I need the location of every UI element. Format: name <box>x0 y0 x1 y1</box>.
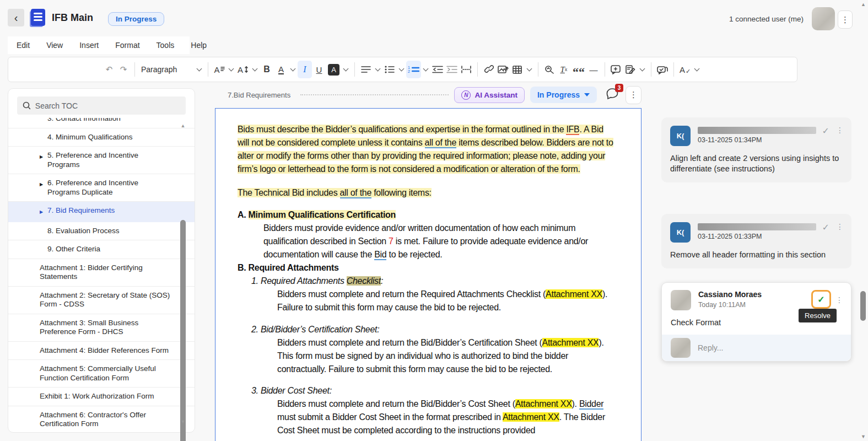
comment-card[interactable]: K( 03-11-2025 01:33PM ✓ ⋮ Remove all hea… <box>661 214 851 268</box>
font-size-icon[interactable]: A <box>236 61 250 78</box>
chevron-down-icon[interactable] <box>423 66 428 72</box>
doc-paragraph: The Technical Bid includes all of the fo… <box>238 186 614 200</box>
reply-placeholder: Reply... <box>698 343 723 352</box>
scroll-down-icon[interactable]: ▼ <box>180 419 186 424</box>
comment-reply-field[interactable]: Reply... <box>662 335 851 361</box>
numbered-list-icon[interactable]: 12 <box>406 61 421 78</box>
menu-view[interactable]: View <box>46 41 63 50</box>
comment-more-icon[interactable]: ⋮ <box>836 126 844 135</box>
toc-item-preference-programs[interactable]: ▶5. Preference and Incentive Programs <box>8 147 195 174</box>
undo-icon[interactable]: ↶ <box>102 61 116 78</box>
doc-list-item-2: 2. Bid/Bidder’s Certification Sheet: <box>251 323 614 336</box>
menu-help[interactable]: Help <box>191 41 207 50</box>
remove-format-icon[interactable]: Tx <box>557 61 571 78</box>
toc-search-input[interactable] <box>35 101 180 110</box>
chevron-down-icon <box>197 66 202 72</box>
toc-item-evaluation-process[interactable]: 8. Evaluation Process <box>8 222 195 241</box>
back-button[interactable]: ‹ <box>8 9 24 26</box>
status-badge[interactable]: In Progress <box>108 12 164 26</box>
comment-card[interactable]: K( 03-11-2025 01:34PM ✓ ⋮ Align left and… <box>661 117 851 182</box>
toc-item-attachment-2[interactable]: Attachment 2: Secretary of State (SOS) F… <box>8 287 195 314</box>
align-icon[interactable] <box>359 61 373 78</box>
redacted-author-name <box>698 223 816 230</box>
toc-item-preference-programs-duplicate[interactable]: ▶6. Preference and Incentive Programs Du… <box>8 174 195 202</box>
highlight-icon[interactable]: A <box>326 61 341 78</box>
spellcheck-icon[interactable]: A✓ <box>678 61 692 78</box>
block-quote-icon[interactable]: ““ <box>571 61 586 78</box>
section-more-button[interactable]: ⋮ <box>626 86 641 104</box>
font-family-icon[interactable]: A <box>212 61 227 78</box>
page-break-icon[interactable] <box>459 61 473 78</box>
comment-card-active[interactable]: Cassiano Moraes Today 10:11AM ✓ ⋮ Resolv… <box>661 282 851 362</box>
menu-insert[interactable]: Insert <box>79 41 99 50</box>
doc-paragraph: Bidders must provide evidence and/or wri… <box>263 222 614 261</box>
comments-toggle-button[interactable]: 3 <box>606 88 619 102</box>
scroll-up-icon[interactable]: ▲ <box>180 123 186 128</box>
page-scroll-down-icon[interactable]: ▼ <box>861 434 866 439</box>
toc-item-minimum-qualifications[interactable]: 4. Minimum Qualifications <box>8 128 195 147</box>
toc-item-attachment-5[interactable]: Attachment 5: Commercially Useful Functi… <box>8 360 195 388</box>
toc-item-contact-information[interactable]: 3. Contact Information <box>8 118 195 128</box>
toc-item-bid-requirements[interactable]: ▶7. Bid Requirements <box>8 202 195 222</box>
toc-item-other-criteria[interactable]: 9. Other Criteria <box>8 240 195 259</box>
toc-item-exhibit-1[interactable]: Exhibit 1: Work Authorization Form <box>8 388 195 406</box>
page-scrollbar-thumb[interactable] <box>860 291 866 321</box>
resolve-comment-icon[interactable]: ✓ <box>822 222 829 233</box>
section-status-dropdown[interactable]: In Progress <box>530 87 597 103</box>
decrease-indent-icon[interactable] <box>430 61 445 78</box>
add-comment-icon[interactable] <box>609 61 623 78</box>
page-scroll-up-icon[interactable]: ▲ <box>861 2 866 7</box>
menu-tools[interactable]: Tools <box>157 41 175 50</box>
paragraph-style-dropdown[interactable]: Paragraph <box>139 61 204 78</box>
italic-icon[interactable]: I <box>298 61 312 78</box>
doc-list-item-1: 1. Required Attachments Checklist: <box>251 275 614 288</box>
chevron-down-icon[interactable] <box>290 66 296 72</box>
chevron-down-icon[interactable] <box>694 66 700 72</box>
underline-icon[interactable]: U <box>312 61 326 78</box>
document-editor[interactable]: Bids must describe the Bidder’s qualific… <box>215 108 641 441</box>
menu-format[interactable]: Format <box>115 41 139 50</box>
resolve-comment-icon[interactable]: ✓ <box>822 126 829 136</box>
chevron-down-icon[interactable] <box>229 66 234 72</box>
horizontal-line-icon[interactable]: — <box>586 61 601 78</box>
chevron-down-icon[interactable] <box>252 66 258 72</box>
chevron-down-icon[interactable] <box>343 66 349 72</box>
toc-item-attachment-6[interactable]: Attachment 6: Contractor's Offer Certifi… <box>8 406 195 428</box>
comments-archive-icon[interactable] <box>655 61 670 78</box>
redo-icon[interactable]: ↷ <box>116 61 131 78</box>
find-replace-icon[interactable] <box>542 61 557 78</box>
chevron-down-icon[interactable] <box>526 66 532 72</box>
toc-scrollbar-thumb[interactable] <box>180 220 186 441</box>
chevron-down-icon[interactable] <box>375 66 381 72</box>
avatar[interactable] <box>812 7 835 30</box>
editor-toolbar: ↶ ↷ Paragraph A A B A I U A 12 <box>8 57 797 82</box>
toc-search[interactable] <box>17 96 186 115</box>
toc-scrollbar[interactable]: ▲ ▼ <box>180 123 186 424</box>
header-more-button[interactable]: ⋮ <box>838 10 853 29</box>
chevron-down-icon[interactable] <box>399 66 405 72</box>
menu-edit[interactable]: Edit <box>17 41 30 50</box>
font-color-icon[interactable]: A <box>274 61 288 78</box>
document-icon <box>31 9 45 26</box>
ai-assistant-button[interactable]: N AI Assistant <box>454 87 525 103</box>
toc-item-attachment-4[interactable]: Attachment 4: Bidder References Form <box>8 342 195 361</box>
toc-item-attachment-1[interactable]: Attachment 1: Bidder Certifying Statemen… <box>8 259 195 287</box>
comment-count-badge: 3 <box>615 84 623 92</box>
resolve-button[interactable]: ✓ <box>811 290 831 309</box>
document-title: IFB Main <box>52 12 93 24</box>
toc-item-attachment-3[interactable]: Attachment 3: Small Business Preference … <box>8 314 195 342</box>
comment-more-icon[interactable]: ⋮ <box>836 222 844 231</box>
toc-list: 3. Contact Information 4. Minimum Qualif… <box>8 118 195 428</box>
insert-table-icon[interactable] <box>510 61 525 78</box>
bold-icon[interactable]: B <box>260 61 274 78</box>
increase-indent-icon[interactable] <box>445 61 459 78</box>
avatar: K( <box>670 126 691 146</box>
insert-image-icon[interactable] <box>496 61 510 78</box>
bulleted-list-icon[interactable] <box>382 61 397 78</box>
doc-paragraph: Bidders must complete and return the Req… <box>277 288 614 314</box>
link-icon[interactable] <box>482 61 496 78</box>
track-changes-icon[interactable] <box>623 61 638 78</box>
chevron-down-icon[interactable] <box>639 66 645 72</box>
comment-more-icon[interactable]: ⋮ <box>835 295 843 304</box>
top-header: ‹ IFB Main In Progress 1 connected user … <box>0 0 868 34</box>
